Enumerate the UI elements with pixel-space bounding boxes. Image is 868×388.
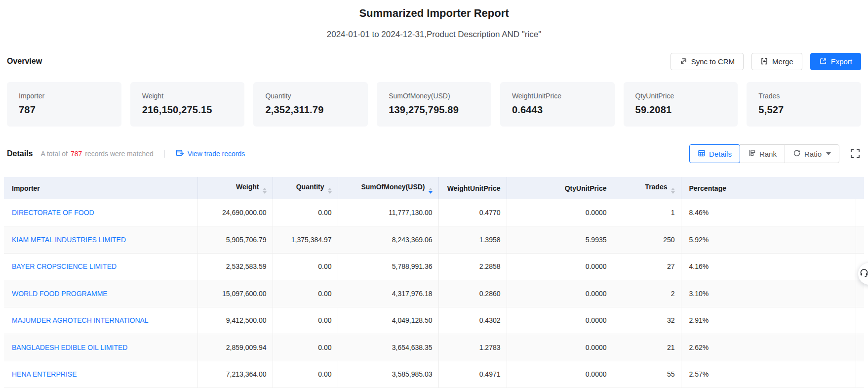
fullscreen-button[interactable] [849, 148, 861, 160]
summary-suffix: records were matched [85, 150, 154, 158]
sort-caret-down-icon [429, 191, 433, 194]
column-header-weightunitprice: WeightUnitPrice [438, 177, 507, 199]
cell-percentage: 3.10% [681, 280, 864, 307]
cell-sum-of-money: 5,788,991.36 [338, 253, 438, 280]
cell-qty-unit-price: 5.9935 [507, 226, 613, 254]
cell-sum-of-money: 4,049,128.50 [338, 307, 438, 334]
sort-carets-icon [671, 188, 675, 194]
importer-link[interactable]: HENA ENTERPRISE [12, 370, 77, 378]
view-trade-records-link[interactable]: View trade records [176, 149, 245, 158]
cell-percentage: 5.92% [681, 226, 864, 254]
report-query-subtitle: 2024-01-01 to 2024-12-31,Product Descrip… [0, 30, 868, 41]
cell-weight-unit-price: 0.2860 [438, 280, 507, 307]
cell-trades: 250 [613, 226, 681, 254]
export-label: Export [831, 57, 852, 66]
cell-weight: 7,213,364.00 [197, 361, 273, 388]
cell-quantity: 0.00 [273, 199, 338, 226]
merge-label: Merge [772, 57, 793, 66]
cell-percentage: 2.57% [681, 361, 864, 388]
cell-quantity: 0.00 [273, 280, 338, 307]
sort-carets-icon [429, 188, 433, 194]
column-header-weight[interactable]: Weight [197, 177, 273, 199]
sort-caret-up-icon [328, 188, 332, 190]
records-matched-summary: A total of787records were matched [40, 150, 153, 158]
importer-link[interactable]: WORLD FOOD PROGRAMME [12, 290, 108, 298]
cell-trades: 2 [613, 280, 681, 307]
column-header-trades[interactable]: Trades [613, 177, 681, 199]
cell-qty-unit-price: 0.0000 [507, 334, 613, 361]
column-header-label: Percentage [689, 184, 726, 192]
cell-qty-unit-price: 0.0000 [507, 280, 613, 307]
ratio-view-label: Ratio [804, 150, 822, 158]
sort-caret-up-icon [671, 188, 675, 190]
view-toggle-group: Details Rank [689, 144, 839, 163]
table-row: KIAM METAL INDUSTRIES LIMITED5,905,706.7… [4, 226, 864, 254]
importer-link[interactable]: DIRECTORATE OF FOOD [12, 209, 94, 216]
stat-card-label: SumOfMoney(USD) [389, 92, 485, 100]
importer-details-table: ImporterWeightQuantitySumOfMoney(USD)Wei… [4, 177, 864, 388]
stat-card-weight: Weight216,150,275.15 [130, 82, 245, 127]
cell-importer: HENA ENTERPRISE [4, 361, 197, 388]
stat-card-label: WeightUnitPrice [512, 92, 609, 100]
column-header-quantity[interactable]: Quantity [273, 177, 338, 199]
merge-icon [760, 57, 768, 65]
rank-view-button[interactable]: Rank [740, 144, 785, 163]
stat-card-importer: Importer787 [7, 82, 121, 127]
overview-stat-cards: Importer787Weight216,150,275.15Quantity2… [7, 82, 861, 127]
cell-weight-unit-price: 2.2858 [438, 253, 507, 280]
summary-divider [164, 150, 165, 158]
cell-trades: 27 [613, 253, 681, 280]
stat-card-quantity: Quantity2,352,311.79 [253, 82, 368, 127]
sort-caret-up-icon [263, 188, 267, 190]
sort-caret-up-icon [429, 188, 433, 190]
stat-card-value: 2,352,311.79 [265, 104, 362, 116]
cell-quantity: 1,375,384.97 [273, 226, 338, 254]
stat-card-label: Importer [19, 92, 116, 100]
page-title: Summarized Importer Report [0, 0, 868, 21]
cell-sum-of-money: 8,243,369.06 [338, 226, 438, 254]
ratio-view-button[interactable]: Ratio [785, 144, 839, 163]
cell-sum-of-money: 11,777,130.00 [338, 199, 438, 226]
cell-weight: 24,690,000.00 [197, 199, 273, 226]
stat-card-weightunitprice: WeightUnitPrice0.6443 [500, 82, 615, 127]
column-header-label: Trades [645, 183, 667, 191]
column-header-label: QtyUnitPrice [565, 184, 607, 192]
details-label: Details [7, 149, 33, 158]
stat-card-value: 0.6443 [512, 104, 609, 116]
cell-importer: DIRECTORATE OF FOOD [4, 199, 197, 226]
cell-weight: 2,859,009.94 [197, 334, 273, 361]
cell-weight-unit-price: 1.2783 [438, 334, 507, 361]
view-controls: Details Rank [689, 144, 861, 163]
cell-sum-of-money: 3,585,985.03 [338, 361, 438, 388]
importer-link[interactable]: MAJUMDER AGROTECH INTERNATIONAL [12, 316, 149, 324]
cell-sum-of-money: 4,317,976.18 [338, 280, 438, 307]
table-header-row: ImporterWeightQuantitySumOfMoney(USD)Wei… [4, 177, 864, 199]
stat-card-value: 216,150,275.15 [142, 104, 239, 116]
details-view-button[interactable]: Details [689, 144, 740, 163]
importer-link[interactable]: KIAM METAL INDUSTRIES LIMITED [12, 236, 126, 244]
column-header-label: Quantity [296, 183, 324, 191]
cell-percentage: 2.62% [681, 334, 864, 361]
cell-percentage: 8.46% [681, 199, 864, 226]
column-header-label: Weight [236, 183, 259, 191]
cell-weight-unit-price: 0.4971 [438, 361, 507, 388]
sort-carets-icon [328, 188, 332, 194]
sync-to-crm-label: Sync to CRM [691, 57, 735, 66]
trade-records-icon [176, 149, 184, 158]
stat-card-value: 59.2081 [635, 104, 732, 116]
cell-trades: 1 [613, 199, 681, 226]
cell-importer: BANGLADESH EDIBLE OIL LIMITED [4, 334, 197, 361]
table-row: BANGLADESH EDIBLE OIL LIMITED2,859,009.9… [4, 334, 864, 361]
stat-card-label: Weight [142, 92, 239, 100]
stat-card-qtyunitprice: QtyUnitPrice59.2081 [624, 82, 738, 127]
table-body: DIRECTORATE OF FOOD24,690,000.000.0011,7… [4, 199, 864, 388]
importer-link[interactable]: BANGLADESH EDIBLE OIL LIMITED [12, 344, 127, 351]
cell-sum-of-money: 3,654,638.35 [338, 334, 438, 361]
export-button[interactable]: Export [810, 53, 861, 70]
sync-to-crm-button[interactable]: Sync to CRM [671, 53, 744, 70]
stat-card-label: Quantity [265, 92, 362, 100]
merge-button[interactable]: Merge [751, 53, 802, 70]
importer-link[interactable]: BAYER CROPSCIENCE LIMITED [12, 262, 117, 270]
column-header-sumofmoney-usd[interactable]: SumOfMoney(USD) [338, 177, 438, 199]
summarized-importer-report-page: Summarized Importer Report 2024-01-01 to… [0, 0, 868, 388]
